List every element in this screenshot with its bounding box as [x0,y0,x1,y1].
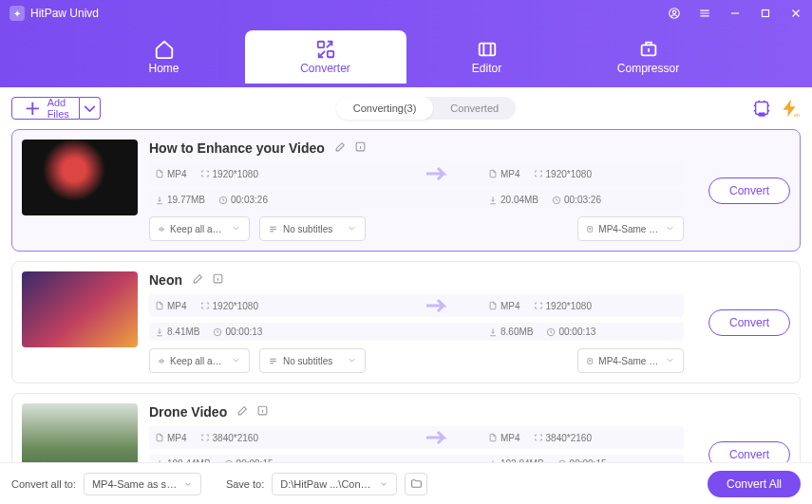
svg-text:on: on [794,112,800,118]
tab-compressor[interactable]: Compressor [568,30,729,84]
convert-button[interactable]: Convert [708,441,790,463]
maximize-icon[interactable] [759,7,772,20]
seg-converting[interactable]: Converting(3) [336,97,434,120]
tab-home[interactable]: Home [84,30,245,84]
open-folder-button[interactable] [405,473,427,495]
editor-icon [477,39,498,60]
chevron-down-icon [80,99,100,119]
dst-duration: 00:00:15 [557,458,607,462]
tab-compressor-label: Compressor [617,62,679,75]
tab-home-label: Home [148,62,179,75]
edit-title-icon[interactable] [192,271,204,289]
converter-icon [315,39,336,60]
close-icon[interactable] [789,7,803,20]
video-thumbnail[interactable] [22,271,138,347]
video-thumbnail[interactable] [22,140,138,215]
src-format: MP4 [155,169,187,179]
src-resolution: 3840*2160 [200,433,258,443]
src-size: 8.41MB [155,327,199,337]
app-title: HitPaw Univd [30,7,668,20]
titlebar: ✦ HitPaw Univd [0,0,812,27]
chevron-down-icon [379,479,388,489]
lightning-icon[interactable]: on [780,98,801,119]
video-title: How to Enhance your Video [149,140,325,156]
video-card[interactable]: How to Enhance your Video MP4 1920*1080 … [11,129,801,252]
hardware-accel-icon[interactable]: on [751,98,772,119]
dst-format: MP4 [488,433,520,443]
arrow-icon [383,298,488,313]
edit-title-icon[interactable] [236,403,249,420]
src-format: MP4 [155,301,187,311]
video-title: Neon [149,272,182,288]
account-icon[interactable] [668,7,681,20]
video-card[interactable]: Neon MP4 1920*1080 MP4 1920*1080 [11,261,801,383]
convert-all-format-value: MP4-Same as source [92,478,178,490]
convert-all-to-label: Convert all to: [11,478,76,490]
dst-format: MP4 [488,169,520,179]
audio-track-select[interactable]: Keep all audio tr... [149,348,250,373]
tab-editor-label: Editor [472,62,501,75]
minimize-icon[interactable] [728,7,742,20]
info-icon[interactable] [212,271,224,289]
subtitle-select[interactable]: No subtitles [259,216,366,241]
tab-converter[interactable]: Converter [245,30,406,84]
output-format-select[interactable]: MP4-Same as so... [577,216,684,241]
dst-size: 8.60MB [488,327,533,337]
add-files-button[interactable]: Add Files [11,97,80,120]
video-list: How to Enhance your Video MP4 1920*1080 … [0,129,812,462]
info-icon[interactable] [354,140,367,157]
convert-button[interactable]: Convert [708,177,790,204]
dst-duration: 00:03:26 [552,195,601,205]
tab-converter-label: Converter [300,62,350,75]
svg-rect-5 [479,44,495,56]
dst-duration: 00:00:13 [546,327,595,337]
svg-point-1 [672,10,676,14]
src-duration: 00:00:13 [213,327,262,337]
svg-rect-4 [327,51,332,57]
menu-icon[interactable] [698,7,711,20]
subtitle-select[interactable]: No subtitles [259,348,366,373]
edit-title-icon[interactable] [334,140,347,157]
folder-icon [410,477,423,490]
convert-all-format-select[interactable]: MP4-Same as source [84,473,201,495]
audio-track-select[interactable]: Keep all audio tr... [149,216,250,241]
src-duration: 00:00:15 [224,458,274,462]
seg-converted[interactable]: Converted [433,97,516,120]
info-icon[interactable] [256,403,269,420]
convert-all-button[interactable]: Convert All [708,471,801,497]
src-resolution: 1920*1080 [200,301,258,311]
app-logo-icon: ✦ [9,6,25,21]
save-to-label: Save to: [226,478,264,490]
compressor-icon [638,39,659,60]
dst-size: 102.84MB [488,458,544,462]
footer: Convert all to: MP4-Same as source Save … [0,462,812,504]
src-duration: 00:03:26 [218,195,268,205]
home-icon [154,39,175,60]
convert-button[interactable]: Convert [708,309,790,336]
video-card[interactable]: Drone Video MP4 3840*2160 MP4 3840*2160 [11,393,801,462]
video-title: Drone Video [149,404,227,420]
dst-size: 20.04MB [488,195,538,205]
tab-editor[interactable]: Editor [406,30,568,84]
output-format-select[interactable]: MP4-Same as so... [577,348,684,373]
save-path-select[interactable]: D:\HitPaw ...\Converted [272,473,397,495]
svg-text:on: on [759,111,765,117]
chevron-down-icon [183,479,193,489]
dst-resolution: 1920*1080 [534,169,592,179]
save-path-value: D:\HitPaw ...\Converted [280,478,373,490]
src-size: 100.44MB [155,458,211,462]
dst-resolution: 1920*1080 [534,301,592,311]
add-files-dropdown[interactable] [80,97,101,120]
arrow-icon [383,166,488,181]
src-size: 19.77MB [155,195,205,205]
src-format: MP4 [155,433,187,443]
dst-format: MP4 [488,301,520,311]
svg-rect-2 [763,10,769,17]
src-resolution: 1920*1080 [200,169,258,179]
video-thumbnail[interactable] [22,403,138,462]
arrow-icon [383,430,488,445]
dst-resolution: 3840*2160 [534,433,592,443]
main-nav: Home Converter Editor Compressor [0,27,812,87]
toolbar: Add Files Converting(3) Converted on on [0,87,812,129]
svg-rect-3 [317,42,323,47]
